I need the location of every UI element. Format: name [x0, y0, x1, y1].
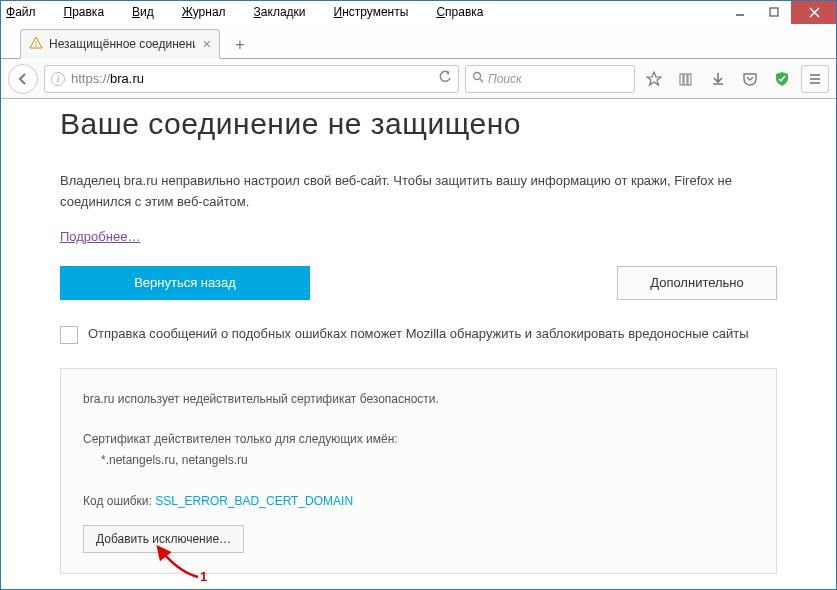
tab-title: Незащищённое соединени	[49, 37, 195, 51]
report-label: Отправка сообщений о подобных ошибках по…	[88, 324, 749, 344]
menu-history[interactable]: Журнал	[182, 5, 240, 19]
tab-bar: ! Незащищённое соединени × +	[0, 24, 837, 59]
close-icon	[809, 7, 820, 18]
shield-icon	[774, 71, 790, 87]
browser-tab[interactable]: ! Незащищённое соединени ×	[20, 29, 220, 59]
close-button[interactable]	[791, 0, 837, 24]
menu-view[interactable]: Вид	[132, 5, 168, 19]
svg-text:!: !	[35, 39, 38, 49]
learn-more-link[interactable]: Подробнее…	[60, 229, 140, 244]
tab-close-button[interactable]: ×	[203, 36, 211, 52]
svg-line-8	[480, 79, 483, 82]
library-icon	[678, 71, 694, 87]
navigation-toolbar: i https://bra.ru Поиск	[0, 59, 837, 99]
report-checkbox[interactable]	[60, 326, 78, 344]
menu-bar: Файл Правка Вид Журнал Закладки Инструме…	[0, 0, 837, 24]
reload-button[interactable]	[438, 70, 452, 87]
search-box[interactable]: Поиск	[465, 65, 635, 93]
pocket-button[interactable]	[737, 66, 763, 92]
menu-edit[interactable]: Правка	[64, 5, 119, 19]
reload-icon	[438, 70, 452, 84]
menu-bookmarks[interactable]: Закладки	[254, 5, 320, 19]
bookmark-star-button[interactable]	[641, 66, 667, 92]
star-icon	[646, 71, 662, 87]
security-shield-button[interactable]	[769, 66, 795, 92]
report-errors-row: Отправка сообщений о подобных ошибках по…	[60, 324, 777, 344]
maximize-button[interactable]	[757, 0, 791, 24]
window-controls	[723, 0, 837, 24]
minimize-icon	[735, 7, 745, 17]
cert-valid-for-label: Сертификат действителен только для следу…	[83, 429, 754, 449]
error-code-label: Код ошибки:	[83, 494, 152, 508]
svg-rect-11	[688, 74, 691, 85]
address-bar[interactable]: i https://bra.ru	[44, 65, 459, 93]
downloads-button[interactable]	[705, 66, 731, 92]
error-code-row: Код ошибки: SSL_ERROR_BAD_CERT_DOMAIN	[83, 491, 754, 511]
button-row: Вернуться назад Дополнительно	[60, 266, 777, 300]
page-content: Ваше соединение не защищено Владелец bra…	[0, 99, 837, 590]
menu-tools[interactable]: Инструменты	[334, 5, 423, 19]
library-button[interactable]	[673, 66, 699, 92]
arrow-left-icon	[16, 72, 30, 86]
site-info-icon[interactable]: i	[51, 72, 65, 86]
url-domain: bra.ru	[110, 71, 144, 86]
maximize-icon	[769, 7, 779, 17]
warning-icon: !	[29, 36, 43, 53]
search-placeholder: Поиск	[488, 72, 522, 86]
add-exception-button[interactable]: Добавить исключение…	[83, 525, 244, 553]
new-tab-button[interactable]: +	[226, 32, 254, 58]
menu-help[interactable]: Справка	[436, 5, 497, 19]
svg-rect-1	[770, 8, 778, 16]
certificate-details: bra.ru использует недействительный серти…	[60, 368, 777, 574]
error-code-link[interactable]: SSL_ERROR_BAD_CERT_DOMAIN	[155, 494, 353, 508]
svg-rect-10	[684, 74, 687, 85]
svg-point-7	[474, 73, 481, 80]
error-message: Владелец bra.ru неправильно настроил сво…	[60, 171, 777, 213]
minimize-button[interactable]	[723, 0, 757, 24]
cert-invalid-message: bra.ru использует недействительный серти…	[83, 389, 754, 409]
go-back-button[interactable]: Вернуться назад	[60, 266, 310, 300]
advanced-button[interactable]: Дополнительно	[617, 266, 777, 300]
cert-valid-names: *.netangels.ru, netangels.ru	[83, 450, 754, 470]
url-protocol: https://	[71, 71, 110, 86]
search-icon	[472, 71, 484, 86]
back-button[interactable]	[8, 64, 38, 94]
pocket-icon	[742, 71, 758, 87]
svg-rect-9	[680, 74, 683, 85]
page-title: Ваше соединение не защищено	[60, 107, 777, 141]
download-icon	[710, 71, 726, 87]
menu-button[interactable]	[801, 65, 829, 93]
hamburger-icon	[808, 72, 822, 86]
menu-file[interactable]: Файл	[6, 5, 50, 19]
